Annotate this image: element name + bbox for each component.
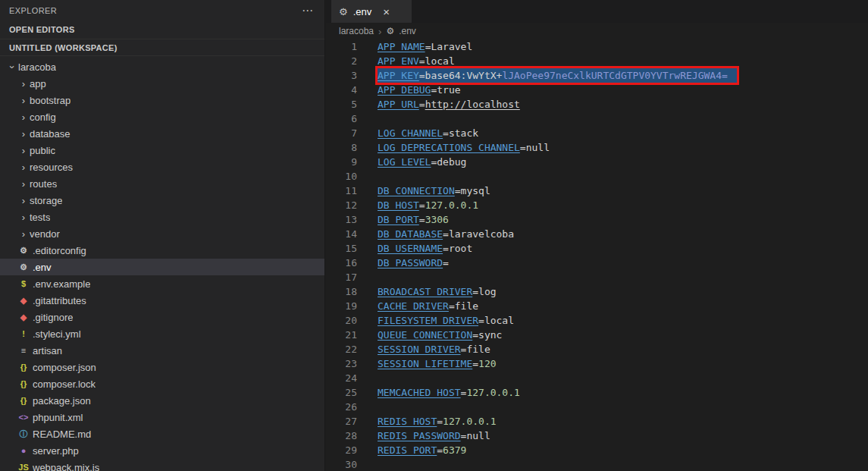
line-content: LOG_LEVEL=debug bbox=[378, 155, 466, 169]
code-line-24[interactable]: 24 bbox=[326, 371, 868, 385]
code-line-25[interactable]: 25MEMCACHED_HOST=127.0.0.1 bbox=[326, 385, 868, 400]
chevron-right-icon: › bbox=[17, 128, 30, 140]
tab-env[interactable]: ⚙ .env × bbox=[331, 0, 412, 23]
line-content: QUEUE_CONNECTION=sync bbox=[378, 328, 502, 342]
open-editors-section[interactable]: OPEN EDITORS bbox=[0, 21, 324, 39]
more-actions-icon[interactable]: ⋯ bbox=[302, 4, 314, 17]
line-content: SESSION_LIFETIME=120 bbox=[378, 356, 497, 371]
code-line-26[interactable]: 26 bbox=[326, 400, 868, 414]
line-number: 26 bbox=[326, 400, 357, 414]
code-line-7[interactable]: 7LOG_CHANNEL=stack bbox=[326, 126, 868, 140]
line-number: 28 bbox=[326, 429, 357, 443]
chevron-right-icon: › bbox=[378, 26, 381, 37]
code-line-5[interactable]: 5APP_URL=http://localhost bbox=[326, 97, 868, 111]
tree-file-gitignore[interactable]: ◆.gitignore bbox=[0, 309, 324, 325]
code-line-19[interactable]: 19CACHE_DRIVER=file bbox=[326, 299, 868, 313]
tree-folder-storage[interactable]: ›storage bbox=[0, 192, 324, 209]
tree-file-gitattributes[interactable]: ◆.gitattributes bbox=[0, 292, 324, 309]
code-line-12[interactable]: 12DB_HOST=127.0.0.1 bbox=[326, 198, 868, 212]
tree-folder-database[interactable]: ›database bbox=[0, 125, 324, 142]
code-line-11[interactable]: 11DB_CONNECTION=mysql bbox=[326, 184, 868, 198]
code-line-23[interactable]: 23SESSION_LIFETIME=120 bbox=[326, 356, 868, 371]
tree-folder-config[interactable]: ›config bbox=[0, 108, 324, 125]
tree-file-env-example[interactable]: $.env.example bbox=[0, 275, 324, 292]
tree-file-styleci-yml[interactable]: !.styleci.yml bbox=[0, 325, 324, 342]
code-line-8[interactable]: 8LOG_DEPRECATIONS_CHANNEL=null bbox=[326, 140, 868, 155]
braces-icon: {} bbox=[17, 379, 30, 388]
tree-item-label: tests bbox=[30, 212, 50, 223]
code-editor[interactable]: 1APP_NAME=Laravel2APP_ENV=local3APP_KEY=… bbox=[326, 39, 868, 471]
tree-folder-resources[interactable]: ›resources bbox=[0, 159, 324, 175]
code-line-4[interactable]: 4APP_DEBUG=true bbox=[326, 83, 868, 97]
tree-file-composer-json[interactable]: {}composer.json bbox=[0, 359, 324, 375]
tree-item-label: database bbox=[30, 128, 71, 140]
code-line-28[interactable]: 28REDIS_PASSWORD=null bbox=[326, 429, 868, 443]
info-icon: ⓘ bbox=[17, 429, 30, 440]
tab-bar: ⚙ .env × bbox=[326, 0, 868, 23]
chevron-right-icon: › bbox=[17, 212, 30, 223]
tree-file-phpunit-xml[interactable]: <>phpunit.xml bbox=[0, 409, 324, 425]
code-line-15[interactable]: 15DB_USERNAME=root bbox=[326, 241, 868, 256]
line-content: DB_CONNECTION=mysql bbox=[378, 184, 490, 198]
tree-file-readme-md[interactable]: ⓘREADME.md bbox=[0, 425, 324, 442]
tree-folder-app[interactable]: ›app bbox=[0, 75, 324, 92]
workspace-section[interactable]: UNTITLED (WORKSPACE) bbox=[0, 39, 324, 56]
breadcrumb-file[interactable]: .env bbox=[399, 26, 416, 36]
line-content: LOG_CHANNEL=stack bbox=[378, 126, 478, 140]
code-line-14[interactable]: 14DB_DATABASE=laravelcoba bbox=[326, 227, 868, 241]
line-number: 10 bbox=[326, 169, 357, 184]
tree-folder-routes[interactable]: ›routes bbox=[0, 175, 324, 192]
tree-folder-tests[interactable]: ›tests bbox=[0, 209, 324, 225]
braces-icon: {} bbox=[17, 363, 30, 372]
tree-folder-bootstrap[interactable]: ›bootstrap bbox=[0, 92, 324, 108]
tree-folder-laracoba[interactable]: ›laracoba bbox=[0, 58, 324, 75]
code-line-13[interactable]: 13DB_PORT=3306 bbox=[326, 212, 868, 227]
tree-file-package-json[interactable]: {}package.json bbox=[0, 392, 324, 409]
gear-icon: ⚙ bbox=[17, 246, 30, 256]
tree-file-composer-lock[interactable]: {}composer.lock bbox=[0, 375, 324, 392]
js-icon: JS bbox=[17, 463, 30, 471]
tree-file-artisan[interactable]: ≡artisan bbox=[0, 342, 324, 359]
code-line-30[interactable]: 30 bbox=[326, 457, 868, 471]
line-number: 14 bbox=[326, 227, 357, 241]
line-content: APP_URL=http://localhost bbox=[378, 97, 520, 111]
chevron-right-icon: › bbox=[17, 145, 30, 156]
tree-folder-vendor[interactable]: ›vendor bbox=[0, 225, 324, 242]
line-number: 19 bbox=[326, 299, 357, 313]
code-line-29[interactable]: 29REDIS_PORT=6379 bbox=[326, 443, 868, 457]
code-line-27[interactable]: 27REDIS_HOST=127.0.0.1 bbox=[326, 414, 868, 429]
line-number: 27 bbox=[326, 414, 357, 429]
line-content: BROADCAST_DRIVER=log bbox=[378, 284, 497, 299]
tree-file-server-php[interactable]: ●server.php bbox=[0, 442, 324, 459]
line-content: MEMCACHED_HOST=127.0.0.1 bbox=[378, 385, 520, 400]
close-icon[interactable]: × bbox=[383, 6, 390, 17]
line-content: APP_NAME=Laravel bbox=[378, 39, 472, 54]
tree-item-label: package.json bbox=[33, 395, 91, 407]
tree-file-webpack-mix-js[interactable]: JSwebpack.mix.js bbox=[0, 459, 324, 471]
lines-icon: ≡ bbox=[17, 346, 30, 355]
tree-item-label: storage bbox=[30, 195, 62, 206]
code-line-17[interactable]: 17 bbox=[326, 270, 868, 284]
line-number: 24 bbox=[326, 371, 357, 385]
code-line-16[interactable]: 16DB_PASSWORD= bbox=[326, 256, 868, 270]
code-line-10[interactable]: 10 bbox=[326, 169, 868, 184]
tree-file-env[interactable]: ⚙.env bbox=[0, 259, 324, 275]
code-line-20[interactable]: 20FILESYSTEM_DRIVER=local bbox=[326, 313, 868, 328]
code-line-1[interactable]: 1APP_NAME=Laravel bbox=[326, 39, 868, 54]
tree-folder-public[interactable]: ›public bbox=[0, 142, 324, 159]
line-content: LOG_DEPRECATIONS_CHANNEL=null bbox=[378, 140, 550, 155]
code-line-3[interactable]: 3APP_KEY=base64:VwYtX+lJAoPee97neCxlkURT… bbox=[326, 68, 868, 83]
line-number: 3 bbox=[326, 68, 357, 83]
code-line-9[interactable]: 9LOG_LEVEL=debug bbox=[326, 155, 868, 169]
sidebar-header: EXPLORER ⋯ bbox=[0, 0, 324, 21]
code-line-6[interactable]: 6 bbox=[326, 111, 868, 126]
code-line-18[interactable]: 18BROADCAST_DRIVER=log bbox=[326, 284, 868, 299]
code-line-2[interactable]: 2APP_ENV=local bbox=[326, 54, 868, 68]
line-content: APP_DEBUG=true bbox=[378, 83, 461, 97]
breadcrumb-root[interactable]: laracoba bbox=[339, 26, 374, 36]
code-line-21[interactable]: 21QUEUE_CONNECTION=sync bbox=[326, 328, 868, 342]
code-line-22[interactable]: 22SESSION_DRIVER=file bbox=[326, 342, 868, 356]
tree-item-label: composer.lock bbox=[33, 378, 96, 390]
tree-item-label: public bbox=[30, 145, 55, 156]
tree-file-editorconfig[interactable]: ⚙.editorconfig bbox=[0, 242, 324, 259]
